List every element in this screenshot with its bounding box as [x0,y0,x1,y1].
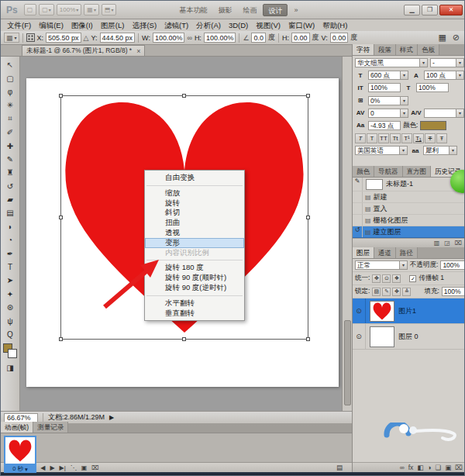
context-menu-item[interactable]: 扭曲 [145,218,244,228]
quick-selection-tool[interactable]: ✳ [3,98,18,112]
transform-handle[interactable] [306,216,310,219]
new-document-from-state-icon[interactable]: ▥ [434,240,440,247]
history-state-row[interactable]: ▤ 置入 [353,203,465,215]
maintain-aspect-icon[interactable]: ∞ [187,34,191,42]
menu-item[interactable]: 文件(F) [3,19,35,31]
document-tab[interactable]: 未标题-1 @ 66.7% (图片1, RGB/8) * × [22,45,145,56]
font-size-field[interactable]: 600 点 [368,71,401,80]
chevron-down-icon[interactable]: ▾ [456,71,464,80]
tween-button[interactable]: ⋱ [69,464,78,471]
panel-tab[interactable]: 样式 [396,44,418,55]
chevron-down-icon[interactable]: ▾ [456,109,464,118]
reference-point-widget[interactable] [26,33,35,42]
history-state-row[interactable]: ▤ 栅格化图层 [353,215,465,226]
document-canvas[interactable]: 自由变换缩放旋转斜切扭曲透视变形内容识别比例旋转 180 度旋转 90 度(顺时… [26,78,339,387]
vertical-scale-field[interactable]: 100% [368,83,401,92]
transform-handle[interactable] [306,94,310,98]
healing-brush-tool[interactable]: ✚ [3,139,18,152]
layer-name[interactable]: 图层 0 [398,332,418,342]
warp-mode-toggle-icon[interactable]: ▦ [438,33,446,43]
zoom-level-field[interactable]: 66.67% [4,413,38,423]
status-expand-icon[interactable]: ▶ [109,414,114,421]
panel-tab[interactable]: 色板 [418,44,439,55]
lock-transparent-icon[interactable]: ▨ [372,288,381,296]
workspace-overflow-icon[interactable]: » [291,6,300,14]
tracking-field[interactable]: 0 [368,109,401,118]
chevron-down-icon[interactable]: ▾ [400,146,408,155]
close-button[interactable]: ✕ [439,5,463,16]
width-field[interactable]: 100.00% [153,33,185,43]
rotate-angle-field[interactable]: 0.0 [251,33,266,43]
transform-handle[interactable] [306,337,310,341]
snapshot-row[interactable]: ✎ 未标题-1 [353,178,465,191]
tool-preset-picker[interactable]: ▦▾ [4,33,19,43]
minimize-button[interactable]: ▁ [404,5,420,16]
panel-tab[interactable]: 通道 [374,247,396,258]
unify-style-icon[interactable]: ❖ [392,274,401,283]
strikethrough-button[interactable]: Ŧ [436,133,447,143]
convert-to-timeline-icon[interactable]: ▤ [336,464,343,471]
history-brush-source-icon[interactable]: ↺ [353,226,363,237]
brush-tool[interactable]: ✎ [3,153,18,166]
history-state-row[interactable]: ▤ 新建 [353,191,465,203]
layer-row[interactable]: ⊙ 图层 0 [353,324,465,350]
app-bar-button[interactable]: ▦▾ [84,4,99,16]
move-tool[interactable]: ↖ [3,58,18,71]
chevron-down-icon[interactable]: ▾ [401,71,408,80]
quick-mask-icon[interactable]: ◨ [6,364,13,372]
scrollbar-thumb[interactable] [344,320,351,405]
baseline-shift-field[interactable]: -4.93 点 [368,121,401,130]
app-bar-button[interactable]: ▢▾ [39,4,54,16]
menu-item[interactable]: 图像(I) [67,19,97,31]
shape-tool[interactable]: ✦ [3,288,18,301]
history-brush-source-icon[interactable] [353,203,363,214]
prev-frame-button[interactable]: ◀ [39,464,46,471]
panel-tab[interactable]: 动画(帧) [1,422,33,433]
context-menu-item[interactable]: 变形 [145,238,244,248]
app-bar-button[interactable]: ⬒▾ [102,4,117,16]
anti-alias-select[interactable]: 犀利 [423,146,450,155]
menu-item[interactable]: 选择(S) [128,19,160,31]
menu-item[interactable]: 窗口(W) [284,19,319,31]
animation-frame-thumbnail[interactable] [4,436,36,465]
small-caps-button[interactable]: Tt [390,133,401,143]
chevron-down-icon[interactable]: ▾ [420,58,428,67]
chevron-down-icon[interactable]: ▾ [401,96,408,105]
transform-handle[interactable] [59,337,63,341]
lock-image-icon[interactable]: ✎ [382,288,391,296]
panel-tab[interactable]: 颜色 [353,166,374,177]
adjustment-layer-icon[interactable]: ◑ [427,464,431,471]
layer-row-selected[interactable]: ⊙ 图片1 [353,298,465,324]
underline-button[interactable]: T [425,133,436,143]
menu-item[interactable]: 3D(D) [225,19,252,31]
blur-tool[interactable]: ◗ [3,220,18,233]
blend-mode-select[interactable]: 正常 [355,260,400,270]
duplicate-frame-button[interactable]: ▣ [80,464,89,471]
panel-tab[interactable]: 路径 [396,247,418,258]
dodge-tool[interactable]: ◔ [3,233,18,247]
propagate-checkbox[interactable]: ✓ [409,275,416,282]
layer-name[interactable]: 图片1 [398,306,416,316]
add-mask-icon[interactable]: ◧ [417,464,423,471]
kerning-field[interactable] [424,109,456,118]
workspace-button[interactable]: 设计 [263,4,288,16]
all-caps-button[interactable]: TT [378,133,389,143]
language-select[interactable]: 美国英语 [355,146,400,155]
faux-italic-button[interactable]: T [367,133,377,143]
context-menu-item[interactable]: 自由变换 [145,173,244,183]
context-menu-item[interactable]: 缩放 [145,188,244,198]
history-brush-source-icon[interactable] [353,191,363,202]
type-tool[interactable]: T [3,260,18,274]
eraser-tool[interactable]: ▰ [3,193,18,206]
frame-delay-select[interactable]: 0 秒 ▾ [4,465,36,473]
panel-tab[interactable]: 测量记录 [33,422,68,433]
cancel-transform-icon[interactable]: ⊘ [453,33,460,43]
pen-tool[interactable]: ✒ [3,247,18,260]
tsume-field[interactable]: 0% [368,96,401,105]
eyedropper-tool[interactable]: ✐ [3,126,18,139]
context-menu-item[interactable] [146,185,243,186]
superscript-button[interactable]: T¹ [401,133,412,143]
hskew-field[interactable]: 0.00 [291,33,310,43]
panel-tab[interactable]: 导航器 [374,166,403,177]
history-brush-source-icon[interactable]: ✎ [353,178,363,191]
